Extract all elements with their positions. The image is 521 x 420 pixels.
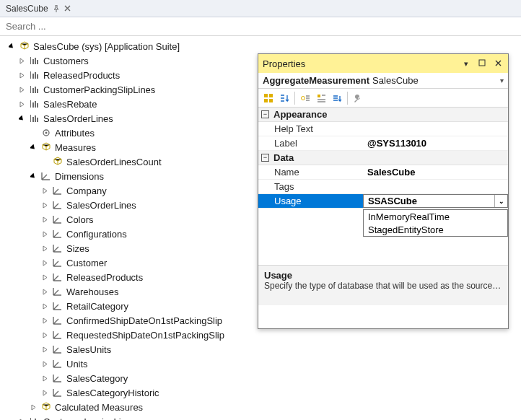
collapse-icon[interactable]: − [261, 110, 269, 118]
expander-icon[interactable] [7, 42, 16, 51]
expander-icon[interactable] [29, 172, 38, 180]
toolbar-icon[interactable] [298, 91, 312, 105]
expander-icon[interactable] [40, 316, 49, 325]
close-icon[interactable] [64, 5, 71, 12]
tree-item[interactable]: Warehouses [66, 286, 119, 297]
tree-item[interactable]: RequestedShipDateOn1stPackingSlip [66, 330, 224, 341]
category-appearance[interactable]: −Appearance [258, 108, 508, 122]
expander-icon[interactable] [40, 244, 49, 253]
expander-icon[interactable] [40, 287, 49, 296]
expander-icon[interactable] [40, 388, 49, 397]
categorized-icon[interactable] [261, 91, 276, 105]
collapse-icon[interactable]: − [261, 154, 269, 162]
expander-icon[interactable] [40, 345, 49, 354]
expander-icon[interactable] [40, 215, 49, 224]
tree-item[interactable]: Measures [55, 142, 96, 153]
tree-item[interactable]: Dimensions [55, 171, 104, 182]
expander-icon[interactable] [17, 71, 26, 79]
properties-grid: −Appearance Help Text Label@SYS113010 −D… [258, 108, 508, 265]
properties-titlebar[interactable]: Properties ▾ [258, 54, 508, 73]
prop-help-text[interactable]: Help Text [258, 122, 508, 136]
measure-group-icon [29, 98, 40, 110]
maximize-icon[interactable] [476, 59, 488, 68]
dropdown-option[interactable]: StagedEntityStore [364, 223, 507, 236]
tree-item[interactable]: ReleasedProducts [66, 272, 143, 283]
tree-item[interactable]: ConfirmedShipDateOn1stPackingSlip [66, 315, 222, 326]
tree-item[interactable]: SalesOrderLines [43, 113, 113, 124]
dimension-icon [52, 199, 64, 211]
expander-icon[interactable] [40, 258, 49, 267]
tree-item[interactable]: Attributes [55, 128, 95, 139]
object-selector[interactable]: AggregateMeasurement SalesCube ▾ [258, 73, 508, 89]
expander-icon[interactable] [17, 56, 26, 65]
svg-rect-38 [269, 99, 273, 102]
wrench-icon[interactable] [351, 91, 365, 105]
expander-icon[interactable] [40, 229, 49, 238]
expander-icon[interactable] [40, 374, 49, 382]
toolbar-icon[interactable] [330, 91, 344, 105]
tree-item[interactable]: CustomerInvoiceLines [43, 416, 136, 421]
expander-icon[interactable] [17, 114, 26, 123]
close-icon[interactable] [492, 59, 504, 68]
tree-item[interactable]: CustomerPackingSlipLines [43, 84, 155, 95]
tree-item[interactable]: Calculated Measures [55, 402, 143, 413]
svg-rect-12 [30, 100, 31, 108]
expander-icon[interactable] [29, 143, 38, 152]
editor-tab-bar: SalesCube [0, 0, 521, 17]
editor-tab[interactable]: SalesCube [0, 0, 76, 17]
prop-label[interactable]: Label@SYS113010 [258, 136, 508, 151]
expander-icon[interactable] [40, 201, 49, 209]
tree-item[interactable]: Colors [66, 214, 94, 225]
svg-rect-11 [37, 89, 38, 93]
svg-rect-18 [35, 115, 36, 122]
alphabetical-icon[interactable] [277, 91, 292, 105]
window-options-icon[interactable]: ▾ [460, 59, 472, 69]
tree-item[interactable]: Customer [66, 258, 107, 268]
dimension-icon [52, 271, 64, 283]
tree-item[interactable]: RetailCategory [66, 301, 128, 312]
svg-rect-2 [35, 58, 36, 64]
category-data[interactable]: −Data [258, 151, 508, 165]
tree-item[interactable]: ReleasedProducts [43, 70, 120, 81]
svg-rect-7 [37, 74, 38, 79]
tree-item[interactable]: SalesCategoryHistoric [66, 388, 159, 398]
tree-item[interactable]: SalesCategory [66, 373, 128, 384]
tree-root-label[interactable]: SalesCube (sys) [Application Suite] [33, 41, 180, 52]
properties-title: Properties [263, 58, 305, 69]
expander-icon[interactable] [17, 85, 26, 94]
search-input[interactable] [0, 17, 521, 35]
expander-icon[interactable] [40, 273, 49, 281]
expander-icon[interactable] [29, 403, 38, 411]
dropdown-option[interactable]: InMemoryRealTime [364, 210, 507, 223]
tree-item[interactable]: SalesRebate [43, 99, 97, 110]
tree-item[interactable]: SalesUnits [66, 344, 111, 355]
search-bar [0, 17, 521, 36]
usage-dropdown: InMemoryRealTime StagedEntityStore [363, 209, 508, 237]
tree-item[interactable]: Customers [43, 56, 89, 66]
tree-item[interactable]: Sizes [66, 243, 89, 254]
expander-icon[interactable] [40, 359, 49, 368]
svg-point-21 [45, 132, 48, 134]
tree-item[interactable]: SalesOrderLinesCount [66, 157, 162, 167]
measure-group-icon [29, 69, 40, 81]
prop-name[interactable]: NameSalesCube [258, 165, 508, 180]
tree-item[interactable]: Configurations [66, 229, 127, 240]
prop-tags[interactable]: Tags [258, 180, 508, 194]
expander-icon[interactable] [40, 331, 49, 339]
chevron-down-icon: ▾ [500, 76, 504, 84]
prop-usage[interactable]: Usage SSASCube ⌄ InMemoryRealTime Staged… [258, 194, 508, 209]
expander-icon[interactable] [40, 186, 49, 195]
tree-item[interactable]: SalesOrderLines [66, 200, 136, 211]
toolbar-icon[interactable] [314, 91, 328, 105]
svg-point-39 [302, 96, 305, 100]
tree-item[interactable]: Company [66, 185, 107, 196]
chevron-down-icon[interactable]: ⌄ [494, 195, 507, 207]
svg-rect-5 [32, 74, 34, 79]
expander-icon[interactable] [17, 100, 26, 108]
tree-item[interactable]: Units [66, 359, 88, 369]
expander-icon[interactable] [40, 302, 49, 310]
usage-value-cell[interactable]: SSASCube ⌄ InMemoryRealTime StagedEntity… [363, 194, 508, 208]
expander-icon[interactable] [17, 417, 26, 420]
pin-icon[interactable] [53, 5, 60, 12]
svg-rect-8 [30, 86, 31, 93]
